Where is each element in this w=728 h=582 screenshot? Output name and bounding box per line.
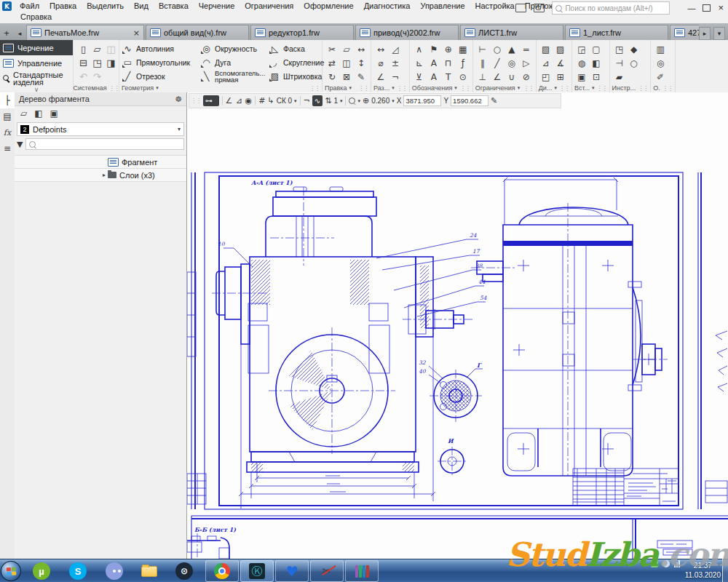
parameters-strip-icon[interactable]: ▤ [0,108,15,124]
chamfer-tool[interactable]: ◺Фаска [269,41,322,55]
document-tab[interactable]: редуктор1.frw [250,25,354,40]
tool-icon[interactable]: ▱ [339,42,354,56]
grid-icon[interactable]: # [258,96,265,105]
new-document-icon[interactable]: ▯ [76,42,90,56]
tool-icon[interactable]: ∧ [412,42,427,56]
print-preview-icon[interactable]: ◳ [90,56,104,70]
new-tab-button[interactable]: + [0,26,13,40]
tool-icon[interactable]: ╱ [490,56,505,70]
tool-icon[interactable]: ▷ [519,56,534,70]
kompas-taskbar-button[interactable]: Ⓚ [240,560,274,582]
snap-perpendicular-icon[interactable]: ⊿ [235,96,242,105]
save-as-icon[interactable]: ◨ [104,56,118,70]
show-desktop-button[interactable] [722,559,728,582]
tool-icon[interactable]: ▢ [589,42,604,56]
winrar-taskbar-button[interactable] [345,560,379,582]
group-dropdown-icon[interactable]: ▾ [518,85,521,91]
snipping-taskbar-button[interactable]: ✂ [310,560,344,582]
tree-node-layers[interactable]: ▸ Слои (х3) [15,169,186,182]
group-dropdown-icon[interactable]: ▾ [554,85,557,91]
tool-icon[interactable]: ⊓ [441,56,456,70]
scroll-tabs-right-icon[interactable]: ▸ [699,27,711,40]
tool-icon[interactable]: A [427,70,441,84]
tool-icon[interactable]: ◲ [574,42,589,56]
tool-icon[interactable]: ↻ [325,70,339,84]
close-tab-icon[interactable]: × [133,28,140,38]
layout-pane-icon[interactable] [515,4,526,12]
construction-line-tool[interactable]: ╲Вспомогатель...прямая [201,69,269,83]
tool-icon[interactable]: ∡ [553,56,568,70]
tool-icon[interactable]: T [441,70,456,84]
tool-icon[interactable]: ± [388,56,403,70]
tool-icon[interactable]: ▰ [612,70,627,84]
taskbar-clock[interactable]: 21:37 11.03.2020 [685,561,721,580]
tool-icon[interactable]: ▣ [574,70,589,84]
cursor-x-field[interactable]: 3871.950 [403,95,441,106]
hatch-tool[interactable]: ▨Штриховка [269,69,322,83]
utorrent-icon[interactable]: µ [31,560,52,582]
tool-icon[interactable]: ∪ [505,70,519,84]
document-tab[interactable]: привод(ч)2002.frw [355,25,459,40]
menu-item[interactable]: Ограничения [240,1,298,11]
filter-icon[interactable]: ▼ [17,140,23,149]
restore-button[interactable] [703,4,711,12]
instrument-set-1[interactable]: Черчение [0,40,73,55]
open-document-icon[interactable]: ▱ [90,42,104,56]
instrument-set-2[interactable]: Управление [0,55,73,71]
menu-item[interactable]: Файл [15,1,44,11]
document-tab[interactable]: 427-03 рабочая обст... [670,25,699,40]
circle-tool[interactable]: ◎Окружность [201,41,269,55]
tool-icon[interactable]: ∠ [373,70,388,84]
tool-icon[interactable]: ⌀ [373,56,388,70]
discord-icon[interactable] [103,560,125,582]
gear-icon[interactable]: ☸ [175,95,182,104]
objects-view-icon[interactable]: ◧ [34,108,42,119]
tool-icon[interactable]: ⊕ [441,42,456,56]
current-layer-value[interactable]: 1 [333,97,338,105]
tool-icon[interactable]: ◆ [627,42,641,56]
hidden-icons-arrow[interactable]: ▴ [644,561,646,567]
snap-point-icon[interactable]: ◉ [245,96,253,105]
tool-icon[interactable]: ⊿ [539,56,553,70]
tool-icon[interactable]: ◧ [589,56,604,70]
document-tab[interactable]: ПечатьМое.frw× [26,25,144,40]
tool-icon[interactable]: ○ [627,56,641,70]
print-icon[interactable]: ⊟ [76,56,90,70]
tool-icon[interactable]: ✂ [325,42,339,56]
chevron-down-icon[interactable]: ▾ [392,98,395,104]
coordinate-system-value[interactable]: СК 0 [277,97,292,105]
tool-icon[interactable]: ◎ [505,56,519,70]
tool-icon[interactable]: ▨ [553,42,568,56]
ortho-mode-icon[interactable]: ¬ [304,96,310,105]
menu-item[interactable]: Оформление [298,1,358,11]
zoom-value[interactable]: 0.260 [371,97,389,105]
instrument-set-3[interactable]: Стандартные изделия [0,71,73,86]
skype-icon[interactable]: S [67,560,89,582]
tool-icon[interactable]: ○ [490,42,505,56]
tool-icon[interactable]: ◫ [339,56,354,70]
tool-icon[interactable]: ∥ [475,56,490,70]
autoline-tool[interactable]: ∿Автолиния [122,41,201,55]
menu-item[interactable]: Диагностика [359,1,416,11]
snap-angle-icon[interactable]: ∠ [226,96,233,105]
menu-item[interactable]: Черчение [194,1,240,11]
tool-icon[interactable]: = [519,42,534,56]
document-tab[interactable]: ЛИСТ1.frw [460,25,563,40]
tool-icon[interactable]: ◳ [612,42,627,56]
layers-view-icon[interactable]: ▱ [20,108,27,119]
menu-help[interactable]: Справка [15,12,57,22]
menu-item[interactable]: Управление [415,1,470,11]
tool-icon[interactable]: ¬ [388,70,403,84]
current-layer-dropdown[interactable]: 2 Defpoints ▾ [17,122,184,136]
menu-item[interactable]: Настройка [470,1,520,11]
tray-app-icon[interactable] [651,560,658,567]
steam-icon[interactable]: ⊙ [173,560,195,582]
network-icon[interactable] [674,560,680,567]
zoom-tool-icon[interactable] [349,97,355,104]
tool-icon[interactable]: ⊙ [456,70,470,84]
tool-icon[interactable]: ◍ [574,56,589,70]
rasters-view-icon[interactable]: ▣ [50,108,58,119]
tree-node-fragment[interactable]: Фрагмент [15,155,186,169]
tool-icon[interactable]: ⇄ [325,56,339,70]
minimize-button[interactable]: — [687,4,695,12]
